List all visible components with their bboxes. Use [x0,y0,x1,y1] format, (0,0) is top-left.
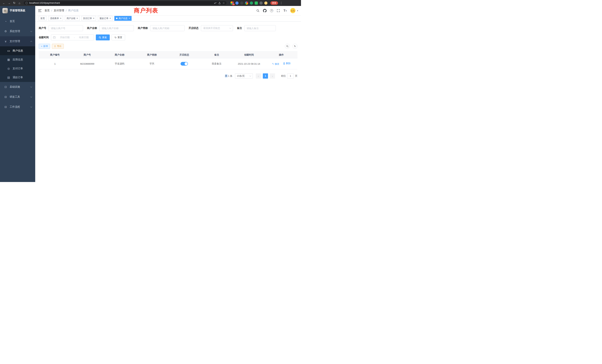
close-icon[interactable]: × [109,17,111,20]
search-button[interactable]: 搜索 [96,34,110,40]
dashboard-icon: ◔ [4,20,7,23]
delete-button[interactable]: 删除 [283,62,291,65]
chevron-down-icon [30,30,32,32]
goto-page-input[interactable] [287,73,294,79]
sidebar-item-home[interactable]: ◔ 首页 [0,16,35,26]
goto-page: 前往 页 [281,73,298,79]
calendar-icon [53,36,56,39]
hamburger-icon[interactable] [38,9,42,12]
sidebar-item-infrastructure[interactable]: ⊡ 基础设施 [0,82,35,92]
tab-pay-orders[interactable]: 支付订单 × [81,16,96,21]
password-key-icon[interactable] [214,2,217,4]
extension-drop-icon[interactable] [235,1,238,5]
extension-badge: 10 [232,3,235,5]
avatar-caret-icon[interactable]: ▾ [297,10,298,12]
address-bar[interactable]: i localhost:1024/pay/merchant ☆ [23,1,227,5]
status-label: 开启状态 [189,26,201,30]
extension-dark-icon[interactable] [240,1,243,5]
export-button[interactable]: ↧ 导出 [52,44,64,49]
bookmark-star-icon[interactable]: ☆ [222,1,225,4]
col-remark: 备注 [201,52,233,58]
sidebar-item-system[interactable]: ⚙ 系统管理 [0,26,35,36]
status-toggle[interactable] [181,62,188,66]
sidebar: 芋道管理系统 ◔ 首页 ⚙ 系统管理 ¥ 支付管理 ▭ 商户信息 [0,6,35,182]
tab-process-form[interactable]: 流程表单 × [48,16,63,21]
end-date-placeholder: 结束日期 [76,36,92,39]
sidebar-item-label: 支付订单 [13,67,35,70]
merchant-shortname-input[interactable] [150,25,185,31]
cell-create-time: 2021-10-23 08:31:14 [233,58,265,69]
share-icon[interactable] [218,2,221,4]
breadcrumb-payment[interactable]: 支付管理 [54,9,64,12]
sidebar-item-app-info[interactable]: ▦ 应用信息 [0,55,35,64]
status-select-placeholder: 请选择开启状态 [203,26,220,30]
sidebar-item-refund-orders[interactable]: ▤ 退款订单 [0,73,35,82]
edit-button[interactable]: ✎ 修改 [272,63,279,66]
extension-color-icon[interactable] [245,1,248,5]
browser-forward-icon[interactable]: → [7,1,11,5]
sidebar-item-label: 系统管理 [10,30,28,33]
remark-input[interactable] [244,25,276,31]
sidebar-group-payment: ¥ 支付管理 ▭ 商户信息 ▦ 应用信息 ◎ 支付订单 ▤ [0,36,35,82]
prev-page-button[interactable]: ‹ [256,73,261,79]
extension-puzzle-icon[interactable]: 10 [231,1,234,5]
table-row: 1 M233666999 芋道源码 芋艿 我是备注 2021-10-23 08:… [39,58,298,69]
breadcrumb-home[interactable]: 首页 [44,9,50,12]
col-shortname: 商户简称 [136,52,168,58]
close-icon[interactable]: × [129,17,130,20]
yen-icon: ¥ [4,40,7,43]
plus-icon: + [41,45,43,47]
goto-label: 前往 [281,74,286,78]
next-page-button[interactable]: › [270,73,275,79]
close-icon[interactable]: × [76,17,78,20]
github-icon[interactable] [263,9,267,12]
browser-reload-icon[interactable]: ↻ [12,1,16,5]
download-icon: ↧ [54,45,56,47]
close-icon[interactable]: × [93,17,94,20]
tab-home[interactable]: 首页 [39,16,46,21]
close-icon[interactable]: × [60,17,61,20]
active-dot-icon [116,18,118,19]
tab-refund-orders[interactable]: 退款订单 × [98,16,112,21]
merchant-no-input[interactable] [49,25,83,31]
font-size-icon[interactable]: TT [283,9,287,12]
fullscreen-icon[interactable] [277,9,280,12]
browser-back-icon[interactable]: ← [2,1,6,5]
tab-merchant-info[interactable]: 商户信息 × [114,16,132,21]
logo-row[interactable]: 芋道管理系统 [0,6,35,15]
page-size-select[interactable]: 10条/页 [235,73,253,79]
sidebar-item-payment[interactable]: ¥ 支付管理 [0,36,35,46]
chevron-up-icon [30,41,32,43]
extension-green-square-icon[interactable] [255,1,258,5]
help-icon[interactable]: ? [270,9,273,12]
browser-update-button[interactable]: 更新 [270,1,278,5]
add-button[interactable]: + 新增 [39,44,50,49]
user-avatar[interactable] [290,8,295,13]
chevron-down-icon [30,106,32,107]
site-info-icon[interactable]: i [25,2,28,4]
browser-home-icon[interactable]: ⌂ [17,1,22,5]
chevron-down-icon [30,86,32,87]
browser-profile-avatar[interactable] [264,1,268,5]
app-window: 芋道管理系统 ◔ 首页 ⚙ 系统管理 ¥ 支付管理 ▭ 商户信息 [0,6,301,182]
search-icon[interactable] [256,9,259,12]
sidebar-item-workflow[interactable]: ⊟ 工作流程 [0,102,35,112]
reset-button[interactable]: ↻ 重置 [112,34,125,40]
page-1-button[interactable]: 1 [263,73,268,79]
sidebar-item-merchant-info[interactable]: ▭ 商户信息 [0,46,35,55]
sidebar-item-pay-orders[interactable]: ◎ 支付订单 [0,64,35,73]
refresh-icon: ↻ [294,45,296,48]
tab-user-group[interactable]: 用户分组 × [65,16,79,21]
toggle-search-button[interactable] [285,44,290,49]
status-select[interactable]: 请选择开启状态 [201,25,233,31]
refresh-table-button[interactable]: ↻ [292,44,298,49]
extension-green-check-icon[interactable] [250,1,253,5]
extension-gray-puzzle-icon[interactable] [259,1,263,5]
sidebar-item-devtools[interactable]: ⊟ 研发工具 [0,92,35,102]
create-time-range-input[interactable]: 开始日期 - 结束日期 [51,34,94,40]
browser-menu-icon[interactable]: ⋮ [280,1,283,5]
merchant-fullname-input[interactable] [99,25,134,31]
remark-label: 备注 [237,26,244,30]
sidebar-item-label: 基础设施 [10,85,28,89]
toolbar-right: ↻ [285,44,298,49]
